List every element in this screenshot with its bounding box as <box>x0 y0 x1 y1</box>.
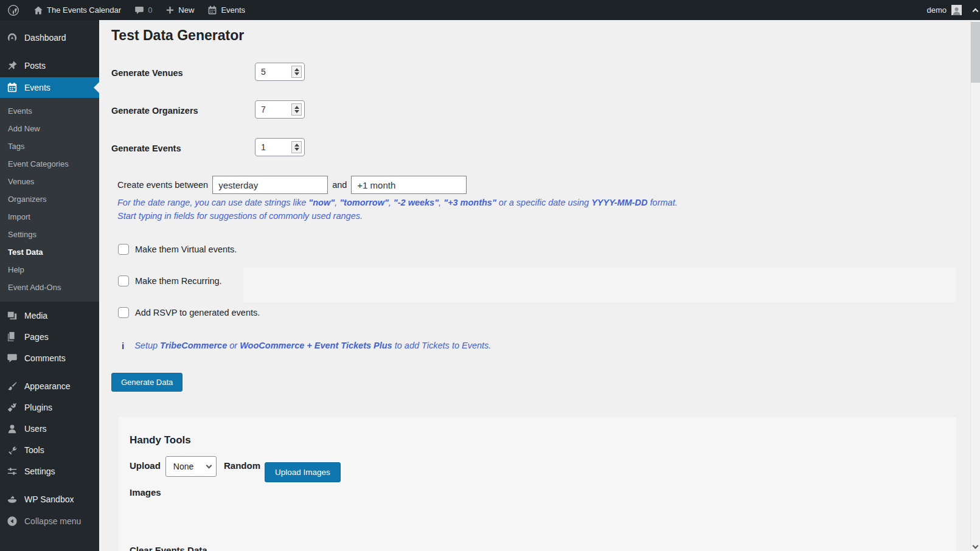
sliders-icon <box>6 466 18 477</box>
submenu-item-venues[interactable]: Venues <box>0 173 99 190</box>
rsvp-checkbox[interactable] <box>118 307 129 318</box>
rsvp-label: Add RSVP to generated events. <box>135 308 260 317</box>
sidebar-item-events[interactable]: Events <box>0 77 99 98</box>
sidebar-item-collapse-menu[interactable]: Collapse menu <box>0 511 99 532</box>
sidebar-item-pages[interactable]: Pages <box>0 327 99 347</box>
scrollbar-track[interactable] <box>970 20 980 551</box>
recurring-row-highlight <box>243 268 956 302</box>
sidebar-item-label: WP Sandbox <box>24 494 74 504</box>
tickets-info-note: Setup TribeCommerce or WooCommerce + Eve… <box>134 341 491 350</box>
info-icon: i <box>122 341 124 351</box>
rsvp-row: Add RSVP to generated events. <box>118 307 260 318</box>
generate-organizers-label: Generate Organizers <box>111 106 198 116</box>
virtual-events-checkbox[interactable] <box>118 244 129 255</box>
sidebar-item-label: Collapse menu <box>24 516 81 526</box>
user-name: demo <box>926 5 947 15</box>
upload-images-button[interactable]: Upload Images <box>265 462 341 482</box>
number-spinner[interactable] <box>291 66 302 78</box>
sidebar-item-settings[interactable]: Settings <box>0 461 99 482</box>
virtual-events-label: Make them Virtual events. <box>135 244 237 254</box>
scroll-down-button[interactable] <box>970 544 980 550</box>
handy-tools-panel: Handy Tools UploadNone Random Images Upl… <box>119 417 956 551</box>
events-toolbar-label: Events <box>221 5 245 15</box>
site-name: The Events Calendar <box>47 5 121 15</box>
spinner-down-icon[interactable] <box>294 72 299 75</box>
sidebar-item-dashboard[interactable]: Dashboard <box>0 27 99 48</box>
generate-venues-label: Generate Venues <box>111 68 183 78</box>
generate-events-field <box>255 138 305 156</box>
comments-count: 0 <box>148 5 152 15</box>
submenu-item-import[interactable]: Import <box>0 208 99 226</box>
vertical-scrollbar[interactable] <box>970 0 980 551</box>
submenu-item-settings[interactable]: Settings <box>0 226 99 243</box>
admin-bar: The Events Calendar 0 New Events demo <box>0 0 980 20</box>
spinner-down-icon[interactable] <box>294 148 299 151</box>
spinner-down-icon[interactable] <box>294 110 299 113</box>
collapse-icon <box>6 516 18 527</box>
date-start-input[interactable] <box>212 176 328 194</box>
sidebar-item-appearance[interactable]: Appearance <box>0 376 99 397</box>
sandbox-icon <box>6 494 18 505</box>
sidebar-item-label: Events <box>24 83 50 92</box>
submenu-item-event-categories[interactable]: Event Categories <box>0 155 99 173</box>
submenu-item-add-new[interactable]: Add New <box>0 120 99 137</box>
scrollbar-thumb[interactable] <box>971 22 980 83</box>
calendar-icon <box>207 5 217 15</box>
generate-data-button[interactable]: Generate Data <box>111 373 182 392</box>
date-range-row: Create events between and <box>117 176 467 194</box>
generate-organizers-field <box>255 100 305 119</box>
generate-venues-field <box>255 63 305 81</box>
date-range-separator: and <box>332 180 347 190</box>
plugin-icon <box>6 402 18 413</box>
scroll-up-button[interactable] <box>970 0 980 20</box>
spinner-up-icon[interactable] <box>294 144 299 147</box>
number-spinner[interactable] <box>291 141 302 153</box>
sidebar-item-label: Dashboard <box>24 33 66 43</box>
new-label: New <box>178 5 194 15</box>
wordpress-logo-icon <box>7 4 19 16</box>
date-end-input[interactable] <box>351 176 467 194</box>
sidebar-item-comments[interactable]: Comments <box>0 348 99 369</box>
tribecommerce-link[interactable]: TribeCommerce <box>160 341 227 350</box>
woocommerce-etp-link[interactable]: WooCommerce + Event Tickets Plus <box>240 341 392 350</box>
admin-sidebar: Dashboard Posts Events Events Add New Ta… <box>0 20 99 551</box>
date-help-line-2: Start typing in fields for suggestions o… <box>117 211 363 221</box>
sidebar-item-label: Comments <box>24 353 66 363</box>
sidebar-item-label: Posts <box>24 61 46 71</box>
recurring-checkbox[interactable] <box>118 276 129 286</box>
submenu-item-test-data[interactable]: Test Data <box>0 243 99 261</box>
pages-icon <box>6 331 18 342</box>
comments-menu[interactable]: 0 <box>128 0 159 20</box>
upload-images-select[interactable]: None <box>165 456 217 477</box>
sidebar-item-wp-sandbox[interactable]: WP Sandbox <box>0 489 99 510</box>
sidebar-item-tools[interactable]: Tools <box>0 440 99 460</box>
main-content: Test Data Generator Generate Venues Gene… <box>99 20 970 551</box>
site-name-menu[interactable]: The Events Calendar <box>27 0 128 20</box>
submenu-item-help[interactable]: Help <box>0 261 99 279</box>
spinner-up-icon[interactable] <box>294 106 299 109</box>
sidebar-item-plugins[interactable]: Plugins <box>0 397 99 418</box>
submenu-item-event-add-ons[interactable]: Event Add-Ons <box>0 279 99 296</box>
wrench-icon <box>6 445 18 456</box>
upload-select-value: None <box>173 453 193 480</box>
sidebar-item-posts[interactable]: Posts <box>0 55 99 76</box>
submenu-item-tags[interactable]: Tags <box>0 137 99 155</box>
new-content-menu[interactable]: New <box>159 0 201 20</box>
comment-icon <box>6 353 18 364</box>
events-toolbar-menu[interactable]: Events <box>201 0 252 20</box>
user-icon <box>6 423 18 434</box>
wordpress-logo-menu[interactable] <box>0 0 27 20</box>
number-spinner[interactable] <box>291 103 302 116</box>
avatar <box>951 5 962 15</box>
submenu-item-organizers[interactable]: Organizers <box>0 190 99 208</box>
sidebar-item-media[interactable]: Media <box>0 305 99 326</box>
sidebar-item-label: Users <box>24 424 47 434</box>
spinner-up-icon[interactable] <box>294 68 299 71</box>
media-icon <box>6 310 18 321</box>
handy-tools-title: Handy Tools <box>130 434 191 446</box>
submenu-item-events[interactable]: Events <box>0 102 99 120</box>
brush-icon <box>6 381 18 392</box>
wordpress-admin-screen: The Events Calendar 0 New Events demo <box>0 0 980 551</box>
page-title: Test Data Generator <box>111 27 244 44</box>
sidebar-item-users[interactable]: Users <box>0 418 99 439</box>
